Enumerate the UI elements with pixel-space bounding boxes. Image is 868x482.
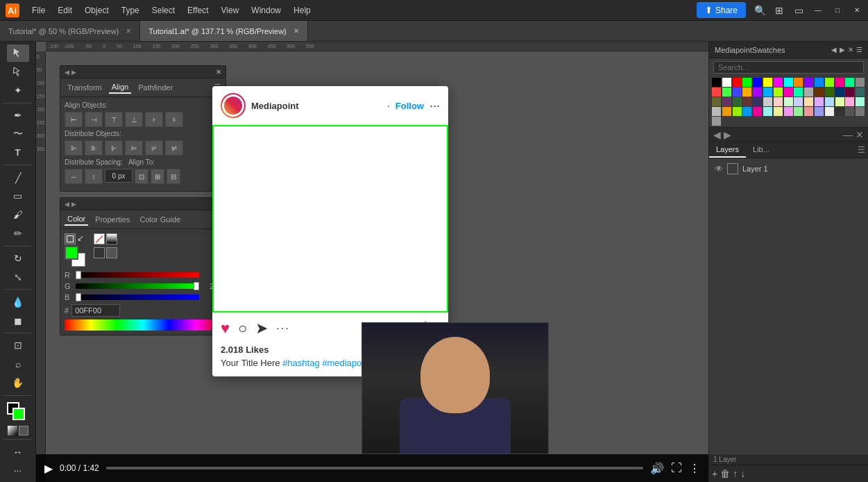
align-to-keyobj-btn[interactable]: ⊞ xyxy=(151,169,164,184)
color-swatch[interactable] xyxy=(753,88,762,97)
direct-selection-tool[interactable] xyxy=(7,63,29,81)
delete-layer-btn[interactable]: 🗑 xyxy=(720,468,730,479)
ig-more-dots[interactable]: ··· xyxy=(276,322,289,335)
new-layer-btn[interactable]: + xyxy=(712,468,717,479)
swatches-collapse-left[interactable]: ◀ xyxy=(831,46,837,53)
layers-collapse[interactable]: — xyxy=(843,129,853,140)
layers-nav-back[interactable]: ◀ xyxy=(713,129,721,140)
color-swatch[interactable] xyxy=(825,78,834,87)
color-swatch[interactable] xyxy=(722,88,731,97)
fill-stroke-toggle[interactable] xyxy=(65,233,76,244)
layers-panel-close[interactable]: ✕ xyxy=(856,129,864,140)
color-swatch[interactable] xyxy=(763,107,772,116)
color-swatch[interactable] xyxy=(856,107,865,116)
gradient-tool[interactable]: ◼ xyxy=(7,312,29,329)
color-swatch[interactable] xyxy=(835,97,844,106)
minimize-icon[interactable]: — xyxy=(811,3,825,17)
maximize-icon[interactable]: □ xyxy=(831,3,844,17)
gradient-btn[interactable] xyxy=(106,233,117,244)
color-swatch[interactable] xyxy=(784,97,793,106)
move-up-btn[interactable]: ↑ xyxy=(733,468,738,479)
dist-left-btn[interactable]: ⊫ xyxy=(65,140,83,156)
swatches-menu[interactable]: ☰ xyxy=(856,46,862,53)
color-swatch[interactable] xyxy=(763,88,772,97)
color-swatch[interactable] xyxy=(733,88,742,97)
color-swatch[interactable] xyxy=(825,97,834,106)
color-swatch[interactable] xyxy=(784,107,793,116)
tab-pathfinder[interactable]: Pathfinder xyxy=(135,82,176,93)
color-swatch[interactable] xyxy=(856,88,865,97)
tab-align[interactable]: Align xyxy=(109,81,131,94)
curvature-tool[interactable]: 〜 xyxy=(7,125,29,142)
layer-visibility-icon[interactable]: 👁 xyxy=(715,164,723,174)
menu-object[interactable]: Object xyxy=(79,4,114,17)
eyedropper-tool[interactable]: 💧 xyxy=(7,293,29,310)
color-swatch[interactable] xyxy=(856,78,865,87)
dist-spacing-h-btn[interactable]: ↔ xyxy=(65,169,83,184)
reflect-tool[interactable]: ↔ xyxy=(7,443,29,460)
color-swatch[interactable] xyxy=(815,78,824,87)
color-swatch[interactable] xyxy=(742,78,751,87)
selection-tool[interactable] xyxy=(7,44,29,62)
color-swatch[interactable] xyxy=(722,78,731,87)
color-swatch[interactable] xyxy=(753,78,762,87)
zoom-tool[interactable]: ⌕ xyxy=(7,356,29,373)
tab-tutorial-close[interactable]: ✕ xyxy=(126,27,131,35)
artboard-tool[interactable]: ⊡ xyxy=(7,337,29,354)
dist-center-h-btn[interactable]: ⊪ xyxy=(85,140,103,156)
color-swatch[interactable] xyxy=(763,97,772,106)
black-swatch[interactable] xyxy=(94,247,105,258)
menu-type[interactable]: Type xyxy=(116,4,145,17)
color-swatch[interactable] xyxy=(794,107,803,116)
color-swatch[interactable] xyxy=(742,88,751,97)
color-swatch[interactable] xyxy=(825,107,834,116)
color-swatch[interactable] xyxy=(815,97,824,106)
hand-tool[interactable]: ✋ xyxy=(7,374,29,392)
color-swatch[interactable] xyxy=(835,107,844,116)
ig-more-button[interactable]: ··· xyxy=(429,99,440,113)
color-swatch[interactable] xyxy=(774,97,783,106)
gray-swatch[interactable] xyxy=(106,247,117,258)
align-right-btn[interactable]: ⊤ xyxy=(105,112,123,127)
b-slider-track[interactable] xyxy=(76,294,199,300)
tab-color-guide[interactable]: Color Guide xyxy=(137,214,183,225)
dist-spacing-v-btn[interactable]: ↕ xyxy=(85,169,103,184)
color-swatch[interactable] xyxy=(815,107,824,116)
color-swatch[interactable] xyxy=(722,97,731,106)
paintbrush-tool[interactable]: 🖌 xyxy=(7,206,29,224)
magic-wand-tool[interactable]: ✦ xyxy=(7,82,29,99)
scale-tool[interactable]: ⤡ xyxy=(7,268,29,285)
align-center-v-btn[interactable]: ⊦ xyxy=(145,112,163,127)
align-left-btn[interactable]: ⊢ xyxy=(65,112,83,127)
fg-color-swatch[interactable] xyxy=(65,246,78,260)
color-swatch[interactable] xyxy=(845,78,854,87)
search-icon[interactable]: 🔍 xyxy=(753,3,767,17)
color-swatch[interactable] xyxy=(804,97,813,106)
color-panel-collapse[interactable]: ◀ ▶ xyxy=(65,201,76,208)
gradient-color-btn[interactable] xyxy=(19,426,28,435)
color-swatch[interactable] xyxy=(804,88,813,97)
ig-follow-button[interactable]: Follow xyxy=(395,101,424,111)
align-to-selection-btn[interactable]: ⊡ xyxy=(135,169,148,184)
b-slider-thumb[interactable] xyxy=(76,293,81,301)
color-swatch[interactable] xyxy=(794,88,803,97)
color-spectrum[interactable] xyxy=(65,319,221,331)
color-swatch[interactable] xyxy=(845,88,854,97)
dist-center-v-btn[interactable]: ⊬ xyxy=(145,140,163,156)
spacing-input[interactable] xyxy=(105,169,133,183)
fill-swatch[interactable] xyxy=(12,408,25,420)
color-swatch[interactable] xyxy=(804,107,813,116)
rectangle-tool[interactable]: ▭ xyxy=(7,188,29,205)
tab-properties[interactable]: Properties xyxy=(92,214,133,225)
dist-top-btn[interactable]: ⊨ xyxy=(125,140,143,156)
color-swatch[interactable] xyxy=(845,97,854,106)
color-swatch[interactable] xyxy=(753,107,762,116)
color-swatch[interactable] xyxy=(733,78,742,87)
swatches-search-input[interactable] xyxy=(713,61,864,74)
color-swatch[interactable] xyxy=(825,88,834,97)
color-swatch[interactable] xyxy=(784,78,793,87)
menu-edit[interactable]: Edit xyxy=(52,4,78,17)
color-swatch[interactable] xyxy=(794,78,803,87)
hex-input[interactable] xyxy=(71,304,120,317)
tab-tutorial1[interactable]: Tutorial1.ai* @ 137.71 % (RGB/Preview) ✕ xyxy=(140,21,307,41)
